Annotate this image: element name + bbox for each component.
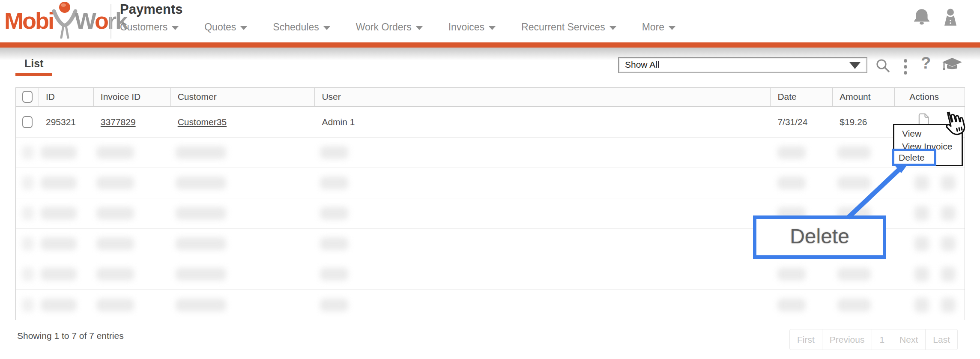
account-user-icon[interactable] [941,9,960,28]
help-icon[interactable]: ? [921,54,931,72]
pagination-previous[interactable]: Previous [822,329,872,350]
logo-text-work: Work [75,7,127,34]
table-header-row: ID Invoice ID Customer User Date Amount … [16,88,965,107]
search-icon[interactable] [875,58,891,75]
table-row-redacted[interactable] [16,290,965,320]
logo-text-mobi: Mobi [4,7,53,34]
pagination-next[interactable]: Next [892,329,926,350]
menu-item-delete[interactable]: Delete [894,151,934,164]
customer-link[interactable]: Customer35 [178,117,227,127]
nav-quotes[interactable]: Quotes [204,21,247,33]
nav-work-orders[interactable]: Work Orders [356,21,423,33]
column-header-amount[interactable]: Amount [833,88,895,106]
pagination: First Previous 1 Next Last [790,329,958,350]
training-graduation-cap-icon[interactable] [941,57,963,76]
nav-more[interactable]: More [642,21,675,33]
chevron-down-icon [323,26,330,30]
row-checkbox[interactable] [22,116,33,128]
more-options-kebab-icon[interactable] [904,59,907,77]
logo-person-icon [51,1,78,40]
pagination-last[interactable]: Last [925,329,958,350]
main-nav: Customers Quotes Schedules Work Orders I… [120,21,675,33]
menu-item-delete-highlight: Delete [892,149,936,166]
topbar: Mobi Work Payments Customers Quotes Sche… [0,0,980,42]
table-row-redacted[interactable] [16,168,965,198]
cell-user: Admin 1 [315,117,771,127]
nav-invoices[interactable]: Invoices [448,21,496,33]
tab-list[interactable]: List [24,57,43,70]
nav-recurrent-services[interactable]: Recurrent Services [521,21,616,33]
filter-dropdown-value: Show All [625,60,660,70]
header-divider [111,4,111,39]
invoice-link[interactable]: 3377829 [101,117,136,127]
select-all-checkbox[interactable] [22,91,33,103]
nav-schedules[interactable]: Schedules [273,21,330,33]
delete-annotation-callout: Delete [753,215,886,259]
dropdown-arrow-icon [849,62,860,69]
chevron-down-icon [240,26,247,30]
brand-accent-bar [0,42,980,48]
table-row[interactable]: 295321 3377829 Customer35 Admin 1 7/31/2… [16,107,965,138]
nav-customers[interactable]: Customers [120,21,179,33]
cell-id: 295321 [39,117,94,127]
chevron-down-icon [416,26,423,30]
payments-screen: Mobi Work Payments Customers Quotes Sche… [0,0,980,359]
table-row-redacted[interactable] [16,259,965,290]
page-title: Payments [120,2,182,17]
pagination-first[interactable]: First [789,329,822,350]
delete-annotation-label: Delete [756,219,883,254]
payments-table: ID Invoice ID Customer User Date Amount … [15,87,965,320]
table-row-redacted[interactable] [16,138,965,168]
column-header-invoice[interactable]: Invoice ID [94,88,171,106]
cell-amount: $19.26 [833,117,895,127]
chevron-down-icon [669,26,675,30]
column-header-actions[interactable]: Actions [895,88,965,106]
column-header-customer[interactable]: Customer [171,88,315,106]
chevron-down-icon [489,26,496,30]
filter-dropdown[interactable]: Show All [618,57,867,73]
menu-item-view[interactable]: View [894,127,962,140]
entries-summary: Showing 1 to 7 of 7 entries [17,331,124,341]
mobiwork-logo[interactable]: Mobi Work [4,1,127,40]
chevron-down-icon [172,26,179,30]
chevron-down-icon [610,26,616,30]
pagination-page-1[interactable]: 1 [872,329,892,350]
cell-date: 7/31/24 [771,117,833,127]
tab-bottom-line [15,76,965,76]
column-header-id[interactable]: ID [39,88,94,106]
notifications-bell-icon[interactable] [911,8,932,27]
column-header-user[interactable]: User [315,88,771,106]
select-all-cell [16,88,39,106]
column-header-date[interactable]: Date [771,88,833,106]
